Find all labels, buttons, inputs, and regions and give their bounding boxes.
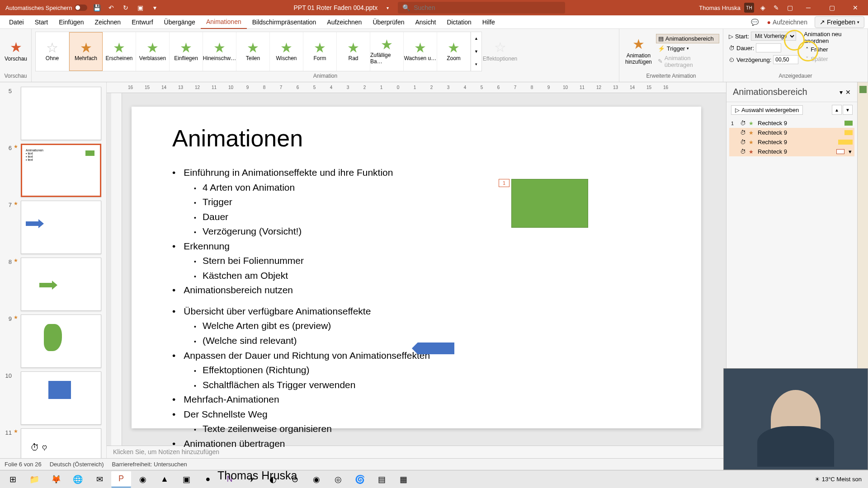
animation-gallery: ☆Ohne ★Mehrfach ★Erscheinen ★Verblassen … <box>35 32 482 71</box>
comments-icon[interactable]: 💬 <box>750 17 760 27</box>
vertical-ruler <box>111 93 122 446</box>
diamond-icon[interactable]: ◈ <box>758 3 768 13</box>
gallery-more[interactable]: ▾ <box>471 58 481 71</box>
preview-star-icon: ★ <box>9 41 22 54</box>
gallery-up[interactable]: ▲ <box>471 32 481 45</box>
add-animation[interactable]: ★ Animation hinzufügen <box>623 36 654 67</box>
earlier-button[interactable]: ˄Früher <box>804 45 864 54</box>
tab-praesentation[interactable]: Bildschirmpräsentation <box>247 16 322 28</box>
undo-icon[interactable]: ↶ <box>106 3 116 13</box>
close-button[interactable]: ✕ <box>845 0 865 15</box>
pen-icon[interactable]: ✎ <box>771 3 781 13</box>
start-button[interactable]: ⊞ <box>3 471 23 488</box>
trigger-button[interactable]: ⚡Trigger▾ <box>656 44 719 53</box>
minimize-button[interactable]: ─ <box>798 0 818 15</box>
tab-start[interactable]: Start <box>29 16 54 28</box>
outlook-icon[interactable]: ✉ <box>90 471 109 488</box>
anim-rad[interactable]: ★Rad <box>337 32 370 71</box>
anim-hineinschweben[interactable]: ★Hineinschw… <box>203 32 236 71</box>
blue-arrow-shape[interactable] <box>412 343 454 354</box>
tab-uebergaenge[interactable]: Übergänge <box>159 16 201 28</box>
anim-zoom[interactable]: ★Zoom <box>437 32 471 71</box>
explorer-icon[interactable]: 📁 <box>24 471 44 488</box>
user-avatar[interactable]: TH <box>744 3 754 13</box>
move-down-button[interactable]: ▼ <box>843 105 853 115</box>
tab-hilfe[interactable]: Hilfe <box>477 16 500 28</box>
firefox-icon[interactable]: 🦊 <box>46 471 66 488</box>
tab-ansicht[interactable]: Ansicht <box>410 16 441 28</box>
start-field[interactable]: ▷Start:Mit Vorheriger <box>727 31 800 42</box>
autosave-toggle[interactable]: Automatisches Speichern <box>5 5 87 11</box>
app-icon-1[interactable]: ◉ <box>133 471 153 488</box>
thumb-9[interactable] <box>21 314 101 368</box>
anim-zufaellige[interactable]: ★Zufällige Ba… <box>370 32 404 71</box>
horizontal-ruler: 1615141312111098765432101234567891011121… <box>107 82 726 93</box>
preview-button[interactable]: ★ Vorschau <box>4 39 28 64</box>
reorder-label: Animation neu anordnen <box>804 31 864 44</box>
record-button[interactable]: ●Aufzeichnen <box>762 17 812 28</box>
redo-icon[interactable]: ↻ <box>121 3 131 13</box>
animation-pane-button[interactable]: ▤Animationsbereich <box>656 34 719 43</box>
later-button: ˅Später <box>804 55 864 63</box>
tab-entwurf[interactable]: Entwurf <box>126 16 158 28</box>
window-icon[interactable]: ▢ <box>785 3 795 13</box>
anim-einfliegen[interactable]: ★Einfliegen <box>170 32 203 71</box>
animation-list-item[interactable]: ⏱★Rechteck 9 <box>729 128 854 137</box>
language-status[interactable]: Deutsch (Österreich) <box>50 461 104 468</box>
thumb-6[interactable]: Animationen• text• text• text <box>21 144 101 197</box>
chrome-icon[interactable]: 🌐 <box>68 471 88 488</box>
transfer-animation: ✎Animation übertragen <box>656 54 719 69</box>
thumb-8[interactable] <box>21 258 101 311</box>
anim-wachsen[interactable]: ★Wachsen u… <box>404 32 437 71</box>
app-icon-2[interactable]: ▣ <box>176 471 196 488</box>
powerpoint-icon[interactable]: P <box>111 471 131 488</box>
webcam-overlay <box>723 368 868 470</box>
slide-thumbnails[interactable]: 5 6★Animationen• text• text• text 7★ 8★ … <box>0 82 107 458</box>
tab-animationen[interactable]: Animationen <box>201 15 247 29</box>
thumb-5[interactable] <box>21 87 101 140</box>
dropdown-icon[interactable]: ▾ <box>387 5 389 10</box>
anim-wischen[interactable]: ★Wischen <box>270 32 303 71</box>
tab-datei[interactable]: Datei <box>4 16 29 28</box>
slideshow-icon[interactable]: ▣ <box>135 3 145 13</box>
maximize-button[interactable]: ▢ <box>822 0 842 15</box>
more-icon[interactable]: ▾ <box>150 3 160 13</box>
duration-field[interactable]: ⏱Dauer: <box>727 42 800 53</box>
anim-mehrfach[interactable]: ★Mehrfach <box>69 32 103 71</box>
pane-close-icon[interactable]: ✕ <box>845 89 851 96</box>
app-icon-3[interactable]: ● <box>198 471 218 488</box>
tab-einfuegen[interactable]: Einfügen <box>53 16 89 28</box>
accessibility-status[interactable]: Barrierefreiheit: Untersuchen <box>112 461 187 468</box>
tab-aufzeichnen[interactable]: Aufzeichnen <box>321 16 367 28</box>
gallery-down[interactable]: ▼ <box>471 45 481 58</box>
effect-options: ☆ Effektoptionen <box>484 39 516 64</box>
weather-widget[interactable]: ☀ 13°C Meist son <box>815 476 862 483</box>
animation-tag[interactable]: 1 <box>499 179 509 187</box>
thumb-7[interactable] <box>21 201 101 254</box>
pane-dropdown-icon[interactable]: ▾ <box>840 89 843 96</box>
play-selection-button[interactable]: ▷Auswahl wiedergeben <box>731 105 803 115</box>
vlc-icon[interactable]: ▲ <box>155 471 175 488</box>
animation-list-item[interactable]: 1⏱★Rechteck 9 <box>729 118 854 128</box>
anim-erscheinen[interactable]: ★Erscheinen <box>103 32 136 71</box>
anim-form[interactable]: ★Form <box>303 32 337 71</box>
green-rectangle[interactable] <box>511 179 588 228</box>
save-icon[interactable]: 💾 <box>92 3 102 13</box>
move-up-button[interactable]: ▲ <box>832 105 842 115</box>
tab-ueberpruefen[interactable]: Überprüfen <box>367 16 410 28</box>
share-button[interactable]: ↗Freigeben▾ <box>815 16 864 28</box>
search-input[interactable] <box>414 4 561 11</box>
tab-zeichnen[interactable]: Zeichnen <box>90 16 127 28</box>
thumb-10[interactable] <box>21 371 101 425</box>
animation-list-item[interactable]: ⏱★Rechteck 9 <box>729 137 854 147</box>
anim-teilen[interactable]: ★Teilen <box>236 32 270 71</box>
title-bar: Automatisches Speichern 💾 ↶ ↻ ▣ ▾ PPT 01… <box>0 0 868 15</box>
thumb-11[interactable]: ⏱ ♡ <box>21 428 101 458</box>
tab-dictation[interactable]: Dictation <box>441 16 476 28</box>
delay-field[interactable]: ⏲Verzögerung: <box>727 54 800 65</box>
anim-verblassen[interactable]: ★Verblassen <box>136 32 170 71</box>
search-box[interactable]: 🔍 <box>398 2 565 14</box>
animation-list-item[interactable]: ⏱★Rechteck 9▾ <box>729 147 854 156</box>
anim-ohne[interactable]: ☆Ohne <box>36 32 69 71</box>
slide-canvas[interactable]: Animationen Einführung in Animationseffe… <box>132 107 701 428</box>
